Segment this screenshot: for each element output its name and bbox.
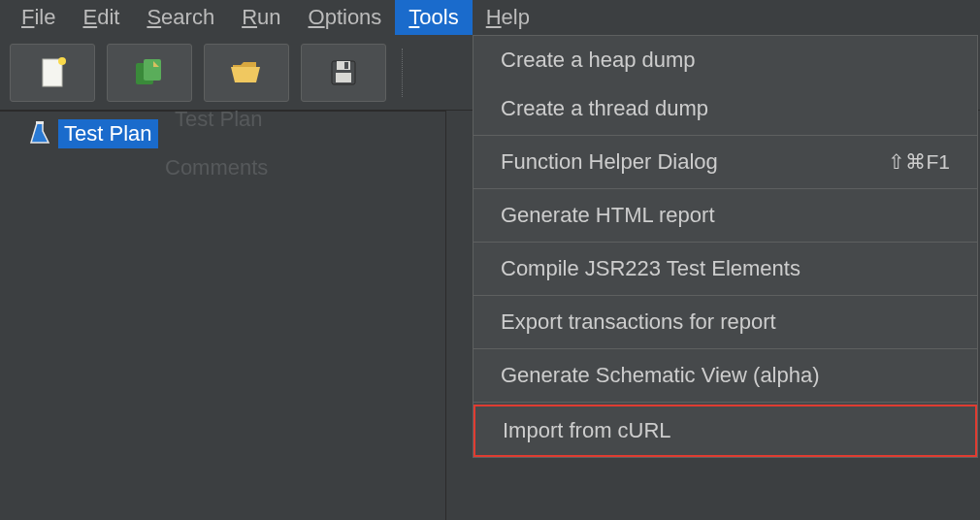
menubar: File Edit Search Run Options Tools Help — [0, 0, 980, 35]
new-file-icon — [33, 53, 72, 92]
menu-search[interactable]: Search — [133, 0, 228, 35]
menu-separator — [474, 135, 977, 136]
menu-item-label: Generate HTML report — [501, 203, 715, 228]
tools-export-transactions[interactable]: Export transactions for report — [474, 298, 977, 346]
save-button[interactable] — [301, 44, 386, 102]
tools-dropdown: Create a heap dump Create a thread dump … — [473, 35, 978, 458]
toolbar-separator — [402, 49, 406, 97]
tools-generate-schematic[interactable]: Generate Schematic View (alpha) — [474, 351, 977, 400]
open-button[interactable] — [204, 44, 289, 102]
save-icon — [324, 53, 363, 92]
templates-icon — [130, 53, 169, 92]
tools-create-heap-dump[interactable]: Create a heap dump — [474, 36, 977, 84]
menu-run[interactable]: Run — [228, 0, 294, 35]
menu-separator — [474, 348, 977, 349]
svg-rect-3 — [144, 59, 161, 81]
menu-item-label: Create a heap dump — [501, 48, 696, 73]
menu-item-label: Function Helper Dialog — [501, 149, 718, 175]
templates-button[interactable] — [107, 44, 192, 102]
menu-item-label: Export transactions for report — [501, 309, 776, 335]
menu-file[interactable]: File — [8, 0, 69, 35]
open-folder-icon — [227, 53, 266, 92]
menu-item-label: Create a thread dump — [501, 96, 708, 121]
tools-create-thread-dump[interactable]: Create a thread dump — [474, 84, 977, 133]
bg-text-comments: Comments — [165, 155, 268, 180]
menu-tools[interactable]: Tools — [395, 0, 472, 35]
menu-separator — [474, 295, 977, 296]
menu-item-label: Compile JSR223 Test Elements — [501, 256, 800, 281]
menu-edit[interactable]: Edit — [69, 0, 133, 35]
tree-node-label: Test Plan — [58, 119, 158, 148]
tools-function-helper[interactable]: Function Helper Dialog ⇧⌘F1 — [474, 138, 977, 186]
menu-item-label: Generate Schematic View (alpha) — [501, 363, 820, 388]
menu-options[interactable]: Options — [295, 0, 396, 35]
svg-rect-6 — [344, 62, 348, 69]
svg-rect-7 — [336, 73, 351, 82]
tools-generate-html-report[interactable]: Generate HTML report — [474, 191, 977, 240]
menu-help[interactable]: Help — [473, 0, 543, 35]
flask-icon — [29, 121, 50, 146]
svg-point-1 — [58, 57, 66, 65]
menu-separator — [474, 188, 977, 189]
menu-shortcut: ⇧⌘F1 — [888, 150, 950, 174]
tools-compile-jsr223[interactable]: Compile JSR223 Test Elements — [474, 244, 977, 293]
bg-text-test-plan: Test Plan — [175, 107, 263, 132]
menu-item-label: Import from cURL — [503, 418, 671, 443]
svg-rect-8 — [36, 121, 44, 124]
tools-import-from-curl[interactable]: Import from cURL — [474, 405, 977, 457]
new-button[interactable] — [10, 44, 95, 102]
menu-separator — [474, 242, 977, 243]
menu-separator — [474, 402, 977, 403]
